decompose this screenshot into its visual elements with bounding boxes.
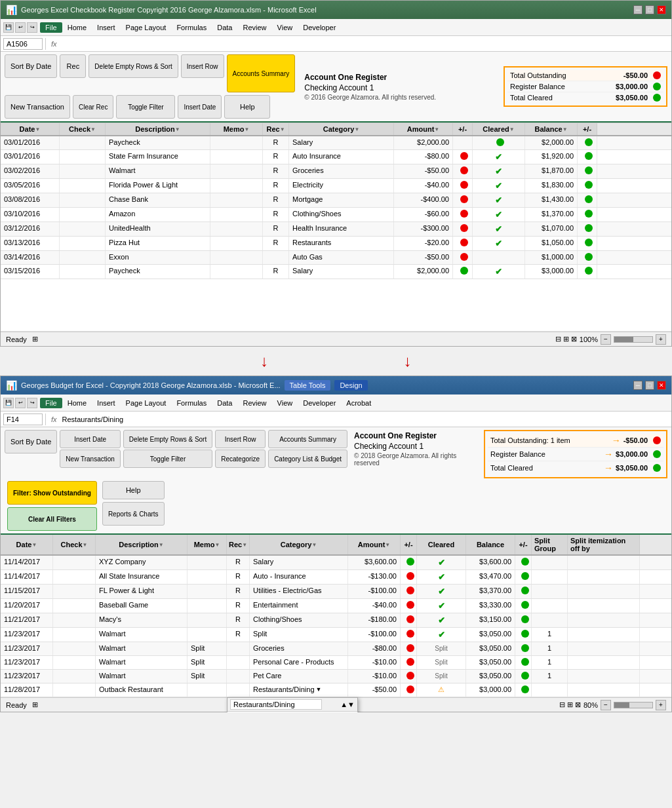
cell-balance[interactable]: $2,000.00 (525, 136, 578, 149)
sort-by-date-btn-2[interactable]: Sort By Date (5, 430, 57, 453)
restore-btn-2[interactable]: □ (645, 381, 654, 390)
menu-developer[interactable]: Developer (298, 22, 341, 33)
undo-icon[interactable]: ↩ (15, 22, 26, 33)
cell-rec[interactable]: R (263, 265, 289, 279)
cell-plusminus2[interactable] (578, 179, 597, 193)
cell-amount[interactable]: -$40.00 (394, 179, 453, 193)
sort-rec-icon-1[interactable]: ▼ (280, 126, 285, 132)
cell-rec[interactable]: R (227, 585, 250, 598)
category-list-btn-2[interactable]: Category List & Budget (268, 450, 347, 468)
cell-description[interactable]: Baseball Game (96, 599, 188, 613)
cell-date[interactable]: 11/21/2017 (1, 613, 53, 627)
col-hdr-rec-2[interactable]: Rec▼ (227, 535, 250, 554)
cell-balance[interactable]: $3,000.00 (525, 265, 578, 279)
cell-cleared[interactable]: ✔ (473, 208, 525, 221)
cell-balance[interactable]: $1,370.00 (525, 208, 578, 221)
cell-ref-input-2[interactable]: F14 (3, 414, 43, 425)
cell-memo[interactable] (188, 585, 227, 598)
cell-balance[interactable]: $1,000.00 (525, 251, 578, 264)
sort-bal-icon-1[interactable]: ▼ (563, 126, 568, 132)
menu-view-2[interactable]: View (272, 398, 298, 408)
cell-date[interactable]: 03/15/2016 (1, 265, 60, 279)
zoom-out-btn-2[interactable]: − (601, 700, 611, 710)
cell-plusminus2[interactable] (578, 265, 597, 279)
cell-memo[interactable] (210, 222, 263, 236)
cell-amount[interactable]: -$50.00 (348, 683, 401, 697)
cell-date[interactable]: 03/02/2016 (1, 164, 60, 178)
cell-balance[interactable]: $3,050.00 (466, 642, 515, 655)
cell-plusminus2[interactable] (578, 222, 597, 236)
cell-cleared[interactable]: ✔ (473, 193, 525, 207)
cell-cleared[interactable]: ✔ (417, 556, 466, 569)
cell-split-off[interactable] (568, 670, 640, 683)
cell-balance[interactable]: $3,470.00 (466, 570, 515, 584)
rec-btn-1[interactable]: Rec (60, 54, 86, 78)
cell-plusminus[interactable] (401, 656, 417, 669)
table-row[interactable]: 11/20/2017 Baseball Game R Entertainment… (1, 599, 671, 613)
cell-description[interactable]: State Farm Insurance (106, 150, 210, 164)
page-layout-icon-1[interactable]: ⊞ (32, 335, 38, 343)
cell-check[interactable] (60, 222, 106, 236)
cell-ref-input-1[interactable]: A1506 (3, 38, 43, 50)
cell-plusminus2[interactable] (515, 599, 532, 613)
sort-desc-icon-1[interactable]: ▼ (175, 126, 180, 132)
cell-check[interactable] (53, 670, 96, 683)
cell-date[interactable]: 11/14/2017 (1, 556, 53, 569)
cell-amount[interactable]: -$10.00 (348, 656, 401, 669)
page-layout-icon-2[interactable]: ⊞ (32, 701, 38, 709)
cell-plusminus[interactable] (453, 164, 473, 178)
menu-data-2[interactable]: Data (212, 398, 237, 408)
cell-split-group[interactable]: 1 (532, 628, 568, 642)
cell-rec[interactable]: R (263, 237, 289, 250)
cell-rec[interactable]: R (263, 179, 289, 193)
cell-date[interactable]: 11/23/2017 (1, 656, 53, 669)
cell-category[interactable]: Groceries (289, 164, 394, 178)
dropdown-search[interactable] (230, 699, 322, 710)
insert-date-btn-1[interactable]: Insert Date (178, 95, 222, 119)
cell-category[interactable]: Restaurants/Dining▼ (250, 683, 348, 697)
cell-amount[interactable]: -$180.00 (348, 613, 401, 627)
cell-description[interactable]: Amazon (106, 208, 210, 221)
cell-rec[interactable] (227, 642, 250, 655)
cell-memo[interactable] (210, 150, 263, 164)
toggle-filter-btn-1[interactable]: Toggle Filter (116, 95, 175, 119)
cell-category[interactable]: Auto - Insurance (250, 570, 348, 584)
cell-plusminus2[interactable] (578, 150, 597, 164)
cell-memo[interactable] (210, 179, 263, 193)
cell-plusminus[interactable] (453, 136, 473, 149)
cell-category[interactable]: Auto Gas (289, 251, 394, 264)
cell-plusminus2[interactable] (578, 136, 597, 149)
cell-rec[interactable] (227, 670, 250, 683)
cell-plusminus2[interactable] (515, 570, 532, 584)
cell-check[interactable] (60, 136, 106, 149)
cell-description[interactable]: Walmart (96, 656, 188, 669)
col-hdr-description-1[interactable]: Description▼ (106, 123, 210, 135)
col-hdr-balance-2[interactable]: Balance (466, 535, 515, 554)
cell-check[interactable] (60, 179, 106, 193)
table-row[interactable]: 11/23/2017 Walmart R Split -$100.00 ✔ $3… (1, 628, 671, 642)
cell-check[interactable] (53, 613, 96, 627)
cell-date[interactable]: 03/08/2016 (1, 193, 60, 207)
restore-btn-1[interactable]: □ (645, 5, 654, 14)
col-hdr-split-group-2[interactable]: Split Group (532, 535, 568, 554)
cell-balance[interactable]: $1,830.00 (525, 179, 578, 193)
cell-category[interactable]: Salary (250, 556, 348, 569)
cell-memo[interactable] (188, 599, 227, 613)
filter-show-outstanding-btn[interactable]: Filter: Show Outstanding (7, 481, 97, 505)
cell-plusminus2[interactable] (515, 556, 532, 569)
cell-balance[interactable]: $1,430.00 (525, 193, 578, 207)
menu-formulas-2[interactable]: Formulas (171, 398, 212, 408)
cell-check[interactable] (53, 585, 96, 598)
cell-plusminus2[interactable] (515, 585, 532, 598)
cell-rec[interactable]: R (263, 222, 289, 236)
col-hdr-plusminus-1[interactable]: +/- (453, 123, 473, 135)
cell-balance[interactable]: $3,600.00 (466, 556, 515, 569)
zoom-slider-2[interactable] (614, 702, 653, 708)
zoom-in-btn-2[interactable]: + (656, 700, 666, 710)
cell-plusminus[interactable] (453, 222, 473, 236)
cell-date[interactable]: 03/05/2016 (1, 179, 60, 193)
zoom-in-btn-1[interactable]: + (656, 334, 666, 345)
cell-memo[interactable] (188, 556, 227, 569)
cell-split-off[interactable] (568, 613, 640, 627)
cell-split-off[interactable] (568, 656, 640, 669)
